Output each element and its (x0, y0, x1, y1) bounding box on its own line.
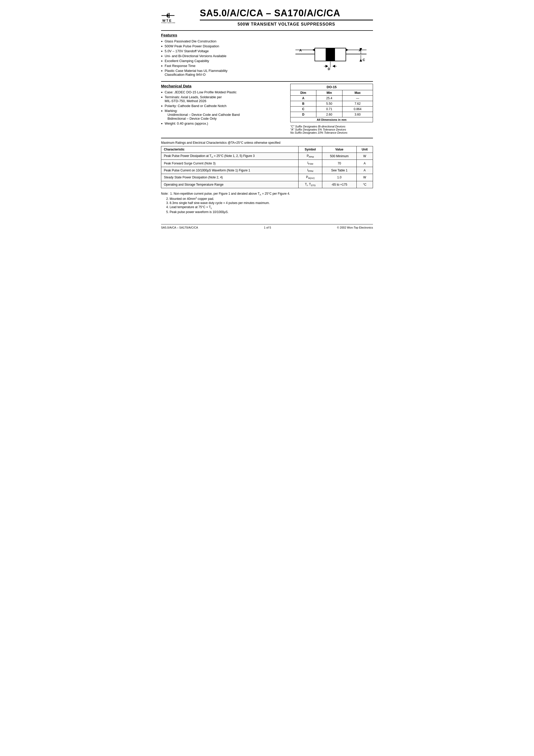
features-diagram: A A B C (290, 33, 373, 78)
svg-text:C: C (362, 58, 365, 62)
table-row: C 0.71 0.864 (290, 107, 373, 112)
feature-item-3: 5.0V – 170V Standoff Voltage (161, 49, 285, 53)
logo-area: WTE POWER SEMICONDUCTORS (161, 10, 192, 24)
features-section: Features Glass Passivated Die Constructi… (161, 33, 373, 78)
feature-item-7: Plastic Case Material has UL Flammabilit… (161, 69, 285, 76)
mech-item-7: Weight: 0.40 grams (approx.) (161, 122, 285, 125)
table-row: Peak Pulse Power Dissipation at TA = 25°… (161, 153, 373, 160)
ratings-section: Maximum Ratings and Electrical Character… (161, 140, 373, 188)
note-5: 5. Peak pulse power waveform is 10/1000μ… (166, 210, 373, 214)
features-divider (161, 30, 373, 31)
svg-marker-33 (333, 65, 335, 68)
do15-footer: All Dimensions in mm (290, 117, 373, 122)
svg-marker-19 (346, 49, 348, 51)
title-area: SA5.0/A/C/CA – SA170/A/C/CA 500W TRANSIE… (200, 8, 373, 27)
do15-col-dim: Dim (290, 90, 316, 96)
note-3: 3. 8.3ms single half sine-wave duty cycl… (166, 201, 373, 205)
notes-section: Note: 1. Non-repetitive current pulse, p… (161, 192, 373, 214)
mech-right: DO-15 Dim Min Max A 25.4 — B 5.50 7.62 (290, 84, 373, 134)
table-row: A 25.4 — (290, 96, 373, 101)
table-row: Peak Pulse Current on 10/1000μS Waveform… (161, 167, 373, 174)
sub-title: 500W TRANSIENT VOLTAGE SUPPRESSORS (200, 20, 373, 27)
table-row: Peak Forward Surge Current (Note 3) IFSM… (161, 160, 373, 167)
notes-intro: Note: 1. Non-repetitive current pulse, p… (161, 192, 373, 196)
ratings-title: Maximum Ratings and Electrical Character… (161, 140, 373, 145)
table-row: Operating and Storage Temperature Range … (161, 181, 373, 188)
mech-item-3: Polarity: Cathode Band or Cathode Notch (161, 104, 285, 108)
ratings-col-unit: Unit (357, 146, 373, 153)
mech-list: Case: JEDEC DO-15 Low Profile Molded Pla… (161, 90, 285, 125)
features-left: Features Glass Passivated Die Constructi… (161, 33, 285, 78)
mech-item-2: Terminals: Axial Leads, Solderable perMI… (161, 95, 285, 103)
diode-diagram-svg: A A B C (294, 34, 369, 76)
feature-item-1: Glass Passivated Die Construction (161, 39, 285, 43)
table-row: B 5.50 7.62 (290, 101, 373, 107)
ratings-table: Characteristic Symbol Value Unit Peak Pu… (161, 146, 373, 188)
page-footer: SA5.0/A/CA – SA170/A/C/CA 1 of 5 © 2002 … (161, 224, 373, 229)
table-row: D 2.60 3.60 (290, 112, 373, 117)
page-header: WTE POWER SEMICONDUCTORS SA5.0/A/C/CA – … (161, 8, 373, 27)
suffix-note-3: No Suffix Designates 10% Tolerance Devic… (290, 131, 373, 134)
footer-left: SA5.0/A/CA – SA170/A/C/CA (161, 226, 198, 229)
do15-title: DO-15 (290, 84, 373, 90)
svg-rect-21 (326, 48, 335, 61)
features-list: Glass Passivated Die Construction 500W P… (161, 39, 285, 76)
ratings-col-value: Value (322, 146, 357, 153)
logo-icon: WTE POWER SEMICONDUCTORS (161, 10, 175, 24)
mech-left: Mechanical Data Case: JEDEC DO-15 Low Pr… (161, 84, 285, 134)
ratings-divider (161, 138, 373, 138)
mech-title: Mechanical Data (161, 84, 285, 88)
note-4: 4. Lead temperature at 75°C = TL (166, 205, 373, 209)
svg-text:A: A (299, 48, 302, 52)
mech-item-1: Case: JEDEC DO-15 Low Profile Molded Pla… (161, 90, 285, 94)
mechanical-section: Mechanical Data Case: JEDEC DO-15 Low Pr… (161, 84, 373, 134)
ratings-col-symbol: Symbol (299, 146, 322, 153)
ratings-col-char: Characteristic (161, 146, 299, 153)
feature-item-2: 500W Peak Pulse Power Dissipation (161, 44, 285, 48)
do15-col-max: Max (342, 90, 373, 96)
table-row: Steady State Power Dissipation (Note 2, … (161, 174, 373, 181)
table-row: All Dimensions in mm (290, 117, 373, 122)
feature-item-5: Excellent Clamping Capability (161, 59, 285, 63)
svg-marker-26 (360, 59, 362, 62)
footer-right: © 2002 Won-Top Electronics (337, 226, 373, 229)
svg-text:D: D (328, 67, 330, 71)
mech-item-4: Marking: Unidirectional – Device Code an… (161, 109, 285, 121)
feature-item-4: Uni- and Bi-Directional Versions Availab… (161, 54, 285, 58)
suffix-note-2: "A" Suffix Designates 5% Tolerance Devic… (290, 128, 373, 131)
suffix-note-1: "C" Suffix Designates Bi-directional Dev… (290, 125, 373, 128)
mech-divider (161, 81, 373, 82)
note-2: 2. Mounted on 40mm2 copper pad. (166, 197, 373, 201)
do15-col-min: Min (316, 90, 342, 96)
do15-table: Dim Min Max A 25.4 — B 5.50 7.62 C (290, 90, 373, 122)
feature-item-6: Fast Response Time (161, 64, 285, 68)
main-title: SA5.0/A/C/CA – SA170/A/C/CA (200, 8, 373, 19)
footer-center: 1 of 5 (264, 226, 271, 229)
suffix-notes: "C" Suffix Designates Bi-directional Dev… (290, 125, 373, 134)
svg-marker-18 (312, 49, 315, 51)
svg-text:POWER SEMICONDUCTORS: POWER SEMICONDUCTORS (161, 22, 175, 23)
features-title: Features (161, 33, 285, 37)
